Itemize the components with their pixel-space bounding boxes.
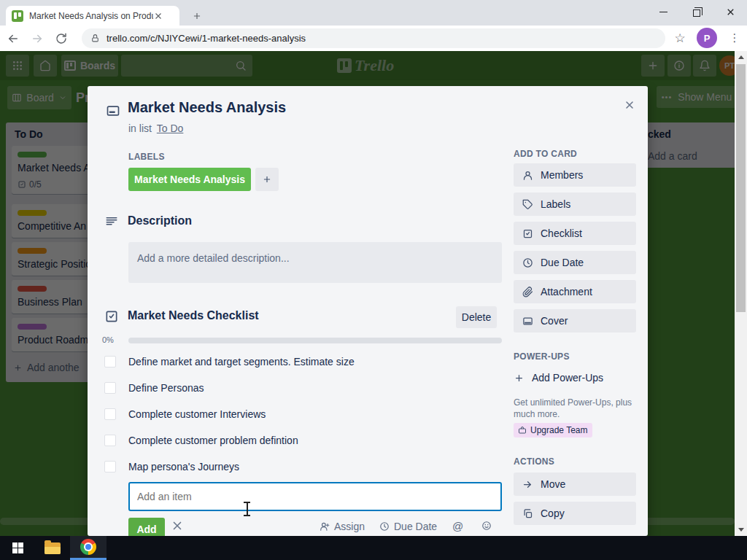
action-copy-button[interactable]: Copy — [514, 502, 636, 525]
checklist-item[interactable]: Complete customer problem defintion — [128, 435, 298, 446]
member-icon — [522, 170, 533, 181]
description-heading: Description — [128, 214, 192, 228]
windows-logo-icon — [12, 542, 23, 553]
checklist-progress-bar — [128, 338, 502, 343]
power-ups-heading: POWER-UPS — [514, 351, 570, 362]
plus-icon — [262, 174, 272, 184]
item-due-date-button[interactable]: Due Date — [379, 521, 437, 532]
checklist-item[interactable]: Define market and target segments. Estim… — [128, 356, 355, 368]
description-input[interactable]: Add a more detailed description... — [128, 242, 502, 283]
upgrade-team-badge[interactable]: Upgrade Team — [514, 423, 592, 438]
window-controls — [646, 0, 747, 24]
add-label-button[interactable] — [255, 168, 279, 191]
chrome-icon — [80, 539, 96, 555]
back-button[interactable] — [2, 28, 24, 50]
card-label-chip[interactable]: Market Needs Analysis — [128, 168, 251, 191]
mention-button[interactable]: @ — [452, 520, 463, 532]
browser-tab-strip: Market Needs Analysis on Produ — [0, 0, 747, 26]
url-text: trello.com/c/NJIYCewi/1-market-needs-ana… — [107, 33, 306, 44]
scroll-down-arrow-icon[interactable] — [735, 524, 747, 536]
emoji-icon — [481, 521, 492, 531]
tab-title: Market Needs Analysis on Produ — [29, 11, 153, 21]
description-icon — [105, 215, 118, 228]
cover-icon — [522, 316, 533, 327]
card-icon — [106, 104, 120, 118]
add-to-card-heading: ADD TO CARD — [514, 149, 577, 159]
close-icon — [725, 7, 736, 18]
minimize-icon — [659, 12, 667, 12]
assign-button[interactable]: Assign — [320, 521, 365, 532]
action-move-button[interactable]: Move — [514, 472, 636, 496]
clock-icon — [379, 521, 390, 532]
reload-button[interactable] — [50, 28, 72, 50]
windows-taskbar — [0, 536, 747, 560]
add-item-button[interactable]: Add — [128, 518, 165, 536]
labels-heading: LABELS — [128, 152, 165, 162]
plus-icon — [192, 11, 202, 21]
checkbox[interactable] — [104, 408, 116, 420]
close-icon — [171, 519, 184, 532]
sidebar-members-button[interactable]: Members — [514, 163, 636, 187]
checklist-item[interactable]: Complete customer Interviews — [128, 408, 266, 420]
page-viewport: Boards Trello PT Board — [0, 51, 747, 536]
assign-member-icon — [320, 521, 330, 532]
checklist-item[interactable]: Map persona's Journeys — [128, 461, 239, 472]
add-item-input[interactable] — [128, 482, 502, 511]
sidebar-due-date-button[interactable]: Due Date — [514, 251, 636, 274]
forward-button[interactable] — [26, 28, 48, 50]
sidebar-cover-button[interactable]: Cover — [514, 309, 636, 332]
power-ups-note: Get unlimited Power-Ups, plus much more. — [514, 397, 633, 420]
file-explorer-button[interactable] — [35, 536, 70, 560]
checkbox[interactable] — [104, 461, 116, 472]
restore-button[interactable] — [680, 0, 713, 24]
page-scrollbar[interactable] — [735, 51, 747, 536]
trello-favicon-icon — [12, 10, 23, 22]
minimize-button[interactable] — [646, 0, 680, 24]
chrome-taskbar-button[interactable] — [70, 536, 107, 560]
close-icon — [624, 99, 635, 111]
screen: Market Needs Analysis on Produ trello.co… — [0, 0, 747, 560]
new-tab-button[interactable] — [187, 6, 207, 26]
list-link[interactable]: To Do — [157, 122, 184, 134]
copy-icon — [522, 508, 533, 519]
emoji-button[interactable] — [481, 521, 492, 531]
checklist-title[interactable]: Market Needs Checklist — [128, 309, 259, 322]
card-detail-modal: Market Needs Analysis in list To Do LABE… — [88, 86, 648, 536]
modal-title[interactable]: Market Needs Analysis — [128, 99, 286, 116]
clock-icon — [522, 257, 533, 268]
close-button[interactable] — [713, 0, 747, 24]
browser-menu-icon[interactable]: ⋮ — [725, 28, 744, 48]
sidebar-attachment-button[interactable]: Attachment — [514, 280, 636, 303]
tab-close-icon[interactable] — [153, 11, 163, 21]
checkbox[interactable] — [104, 435, 116, 446]
checklist-item[interactable]: Define Personas — [128, 382, 204, 394]
sidebar-checklist-button[interactable]: Checklist — [514, 222, 636, 245]
back-arrow-icon — [7, 32, 20, 45]
paperclip-icon — [522, 287, 533, 298]
actions-heading: ACTIONS — [514, 456, 554, 467]
add-power-ups-button[interactable]: Add Power-Ups — [514, 372, 603, 384]
checklist-percent: 0% — [102, 335, 114, 344]
checklist-icon — [104, 309, 119, 324]
bookmark-star-icon[interactable]: ☆ — [670, 28, 690, 48]
start-button[interactable] — [0, 536, 35, 560]
checklist-icon — [522, 228, 533, 239]
checkbox[interactable] — [104, 356, 116, 368]
delete-checklist-button[interactable]: Delete — [456, 306, 497, 328]
address-bar[interactable]: trello.com/c/NJIYCewi/1-market-needs-ana… — [82, 28, 665, 48]
modal-close-button[interactable] — [618, 93, 641, 117]
cancel-add-item-button[interactable] — [171, 519, 184, 535]
folder-icon — [44, 542, 61, 554]
plus-icon — [514, 373, 525, 384]
lock-icon — [90, 34, 100, 43]
restore-icon — [693, 9, 700, 17]
scrollbar-thumb[interactable] — [736, 64, 746, 312]
briefcase-icon — [518, 426, 527, 435]
sidebar-labels-button[interactable]: Labels — [514, 192, 636, 216]
browser-tab[interactable]: Market Needs Analysis on Produ — [6, 6, 179, 26]
checkbox[interactable] — [104, 382, 116, 394]
scroll-up-arrow-icon[interactable] — [735, 51, 747, 63]
browser-profile-avatar[interactable]: P — [697, 28, 717, 48]
arrow-right-icon — [522, 479, 533, 490]
forward-arrow-icon — [31, 32, 44, 45]
